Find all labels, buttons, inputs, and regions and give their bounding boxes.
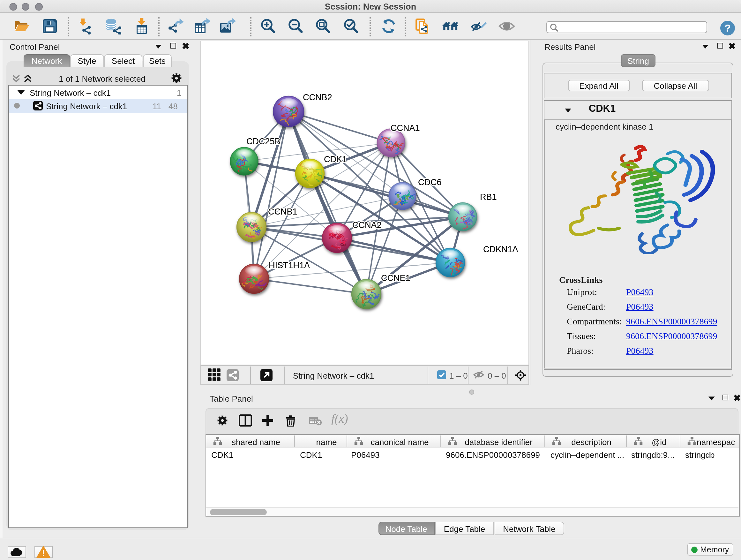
svg-text:CCNA1: CCNA1 [391, 123, 420, 133]
svg-text:CCNB2: CCNB2 [303, 92, 332, 102]
svg-text:CDK1: CDK1 [324, 154, 347, 164]
svg-text:CDC25B: CDC25B [246, 137, 280, 146]
svg-text:CCNB1: CCNB1 [268, 207, 297, 216]
svg-text:CCNE1: CCNE1 [381, 273, 410, 283]
svg-text:HIST1H1A: HIST1H1A [269, 260, 310, 270]
svg-text:?: ? [724, 22, 731, 34]
svg-text:CCNA2: CCNA2 [352, 220, 382, 230]
svg-text:CDKN1A: CDKN1A [483, 245, 518, 254]
svg-text:CDC6: CDC6 [418, 178, 442, 187]
svg-text:RB1: RB1 [480, 192, 497, 202]
